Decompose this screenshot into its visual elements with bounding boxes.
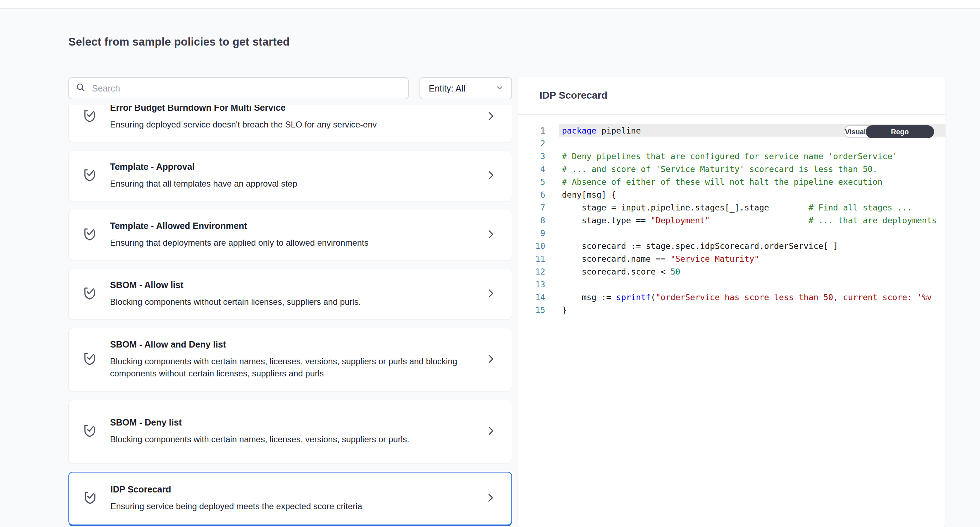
code-line: 13 bbox=[518, 278, 945, 291]
shield-check-icon bbox=[82, 490, 98, 508]
policy-description: Blocking components with certain names, … bbox=[110, 433, 466, 446]
chevron-right-icon bbox=[485, 353, 497, 366]
shield-check-icon bbox=[81, 351, 98, 369]
policy-title: SBOM - Allow and Deny list bbox=[110, 340, 480, 349]
code-text: scorecard.name == "Service Maturity" bbox=[559, 252, 945, 265]
detail-title: IDP Scorecard bbox=[539, 90, 608, 101]
policy-text: IDP Scorecard Ensuring service being dep… bbox=[110, 485, 479, 513]
policy-detail-panel: IDP Scorecard Visual Rego 1package pipel… bbox=[518, 76, 945, 527]
code-line: 15} bbox=[518, 304, 945, 317]
shield-check-icon bbox=[81, 108, 98, 126]
page-title: Select from sample policies to get start… bbox=[68, 36, 290, 48]
search-input[interactable] bbox=[91, 83, 402, 94]
code-line: 6deny[msg] { bbox=[518, 188, 945, 201]
code-line: 3# Deny pipelines that are configured fo… bbox=[518, 150, 945, 163]
policy-text: Template - Allowed Environment Ensuring … bbox=[110, 221, 480, 249]
policy-text: SBOM - Allow list Blocking components wi… bbox=[110, 280, 480, 308]
policy-title: SBOM - Allow list bbox=[110, 280, 480, 290]
sample-policies-page: Select from sample policies to get start… bbox=[0, 0, 980, 527]
code-line: 14 msg := sprintf("orderService has scor… bbox=[518, 291, 945, 304]
policy-title: IDP Scorecard bbox=[110, 485, 479, 494]
policy-list: Error Budget Burndown For Multi Service … bbox=[68, 105, 512, 527]
entity-filter-label: Entity: All bbox=[429, 83, 465, 94]
policy-card[interactable]: SBOM - Allow and Deny list Blocking comp… bbox=[68, 328, 512, 391]
code-line: 12 scorecard.score < 50 bbox=[518, 265, 945, 278]
policy-description: Ensuring that all templates have an appr… bbox=[110, 178, 466, 190]
code-text: # Absence of either of these will not ha… bbox=[559, 175, 945, 188]
policy-text: SBOM - Allow and Deny list Blocking comp… bbox=[110, 340, 480, 380]
policy-title: Error Budget Burndown For Multi Service bbox=[110, 105, 480, 112]
policy-description: Ensuring service being deployed meets th… bbox=[110, 500, 466, 513]
policy-card[interactable]: SBOM - Deny list Blocking components wit… bbox=[68, 400, 512, 463]
indent-guide bbox=[562, 201, 562, 304]
policy-title: Template - Allowed Environment bbox=[110, 221, 480, 230]
line-number: 3 bbox=[518, 150, 550, 163]
line-number: 6 bbox=[518, 188, 550, 201]
code-line: 5# Absence of either of these will not h… bbox=[518, 175, 945, 188]
code-text: scorecard := stage.spec.idpScorecard.ord… bbox=[559, 240, 945, 252]
code-text: deny[msg] { bbox=[559, 188, 945, 201]
policy-description: Ensuring deployed service doesn't breach… bbox=[110, 119, 466, 131]
code-text: stage.type == "Deployment" # ... that ar… bbox=[559, 214, 945, 227]
code-line: 9 bbox=[518, 227, 945, 240]
code-line: 2 bbox=[518, 137, 945, 150]
policy-card[interactable]: IDP Scorecard Ensuring service being dep… bbox=[68, 472, 512, 525]
shield-check-icon bbox=[81, 226, 98, 244]
line-number: 1 bbox=[518, 124, 550, 137]
policy-card[interactable]: Template - Allowed Environment Ensuring … bbox=[68, 210, 512, 260]
line-number: 7 bbox=[518, 201, 550, 214]
code-line: 11 scorecard.name == "Service Maturity" bbox=[518, 252, 945, 265]
detail-header: IDP Scorecard bbox=[518, 76, 945, 115]
line-number: 2 bbox=[518, 137, 550, 150]
policy-text: SBOM - Deny list Blocking components wit… bbox=[110, 418, 480, 446]
policy-text: Template - Approval Ensuring that all te… bbox=[110, 162, 480, 190]
code-text: # ... and score of 'Service Maturity' sc… bbox=[559, 163, 945, 175]
line-number: 14 bbox=[518, 291, 550, 304]
chevron-right-icon bbox=[485, 425, 497, 438]
line-number: 10 bbox=[518, 240, 550, 252]
chevron-down-icon bbox=[495, 83, 504, 94]
rego-code-editor[interactable]: 1package pipeline23# Deny pipelines that… bbox=[518, 115, 945, 317]
code-line: 8 stage.type == "Deployment" # ... that … bbox=[518, 214, 945, 227]
search-icon bbox=[75, 82, 91, 94]
policy-card[interactable]: SBOM - Allow list Blocking components wi… bbox=[68, 269, 512, 319]
policy-card[interactable]: Error Budget Burndown For Multi Service … bbox=[68, 105, 512, 142]
code-text: # Deny pipelines that are configured for… bbox=[559, 150, 945, 163]
search-box[interactable] bbox=[68, 77, 409, 99]
code-text bbox=[559, 278, 945, 291]
policy-description: Blocking components with certain names, … bbox=[110, 355, 466, 380]
policy-text: Error Budget Burndown For Multi Service … bbox=[110, 105, 480, 131]
entity-filter-dropdown[interactable]: Entity: All bbox=[420, 77, 512, 99]
code-text: stage = input.pipeline.stages[_].stage #… bbox=[559, 201, 945, 214]
code-text bbox=[559, 227, 945, 240]
code-line: 4# ... and score of 'Service Maturity' s… bbox=[518, 163, 945, 175]
policy-title: Template - Approval bbox=[110, 162, 480, 171]
chevron-right-icon bbox=[485, 287, 497, 301]
editor-mode-toggle: Visual Rego bbox=[843, 125, 934, 138]
line-number: 15 bbox=[518, 304, 550, 317]
code-text: scorecard.score < 50 bbox=[559, 265, 945, 278]
chevron-right-icon bbox=[485, 169, 497, 183]
visual-toggle-button[interactable]: Visual bbox=[844, 126, 866, 137]
rego-toggle-button[interactable]: Rego bbox=[866, 125, 934, 138]
policy-description: Blocking components without certain lice… bbox=[110, 296, 466, 308]
top-divider bbox=[0, 0, 980, 8]
code-text bbox=[559, 137, 945, 150]
code-text: } bbox=[559, 304, 945, 317]
line-number: 9 bbox=[518, 227, 550, 240]
line-number: 5 bbox=[518, 175, 550, 188]
chevron-right-icon bbox=[485, 228, 497, 242]
chevron-right-icon bbox=[484, 492, 496, 505]
policy-description: Ensuring that deployments are applied on… bbox=[110, 237, 466, 249]
line-number: 11 bbox=[518, 252, 550, 265]
shield-check-icon bbox=[81, 167, 98, 185]
line-number: 8 bbox=[518, 214, 550, 227]
policy-card[interactable]: Template - Approval Ensuring that all te… bbox=[68, 151, 512, 201]
line-number: 12 bbox=[518, 265, 550, 278]
shield-check-icon bbox=[81, 285, 98, 303]
code-line: 7 stage = input.pipeline.stages[_].stage… bbox=[518, 201, 945, 214]
policy-title: SBOM - Deny list bbox=[110, 418, 480, 427]
line-number: 4 bbox=[518, 163, 550, 175]
code-line: 10 scorecard := stage.spec.idpScorecard.… bbox=[518, 240, 945, 252]
shield-check-icon bbox=[81, 423, 98, 441]
